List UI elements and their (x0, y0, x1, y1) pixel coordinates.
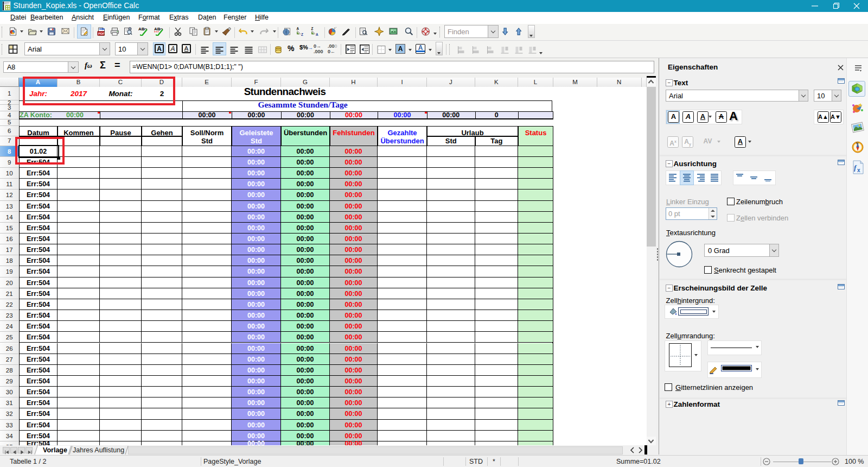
svg-text:AB: AB (154, 27, 161, 31)
svg-text:Z: Z (311, 27, 314, 30)
svg-text:Z: Z (301, 33, 303, 36)
svg-text:x: x (857, 167, 860, 173)
svg-text:PDF: PDF (98, 32, 105, 35)
svg-text:N: N (856, 142, 858, 145)
svg-text:A: A (297, 27, 299, 30)
svg-text:A: A (316, 33, 318, 36)
svg-text:AB: AB (138, 27, 145, 31)
